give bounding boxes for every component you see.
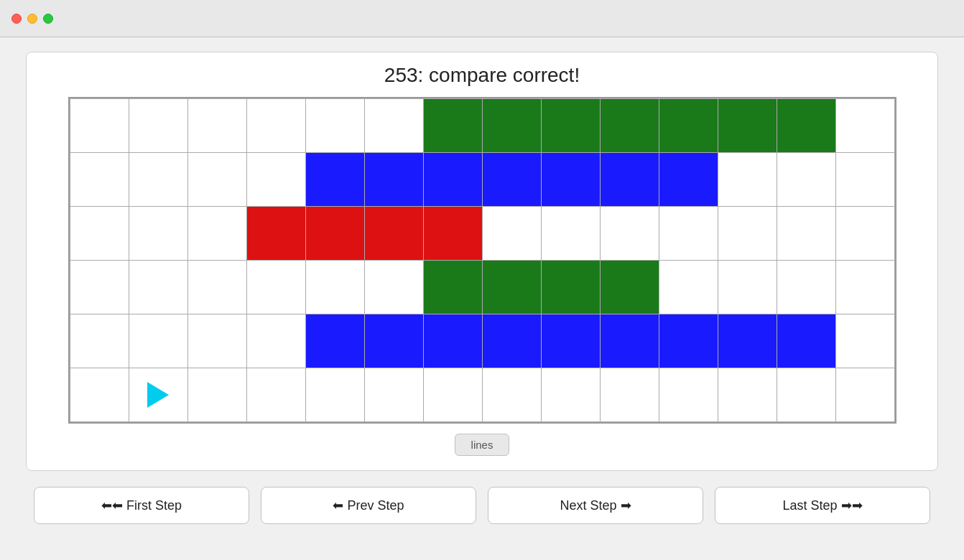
table-row [246,261,305,314]
table-row [423,368,482,422]
table-row [129,207,187,261]
table-row [600,99,659,153]
table-row [423,207,482,261]
table-row [659,153,718,207]
next-step-button[interactable]: Next Step ➡ [488,487,703,524]
table-row [659,207,718,261]
table-row [187,99,246,153]
table-row [246,314,305,368]
table-row [541,99,600,153]
traffic-lights [11,14,53,24]
table-row [718,207,777,261]
table-row [364,368,423,422]
table-row [364,314,423,368]
card-title: 253: compare correct! [384,64,580,87]
table-row [777,153,835,207]
table-row [70,153,129,207]
minimize-button[interactable] [27,14,37,24]
maximize-button[interactable] [43,14,53,24]
table-row [541,368,600,422]
table-row [600,261,659,314]
table-row [482,368,541,422]
table-row [777,368,835,422]
table-row [835,99,894,153]
table-row [129,261,187,314]
table-row [718,261,777,314]
card: 253: compare correct! lines [26,52,938,471]
grid-wrapper [68,97,896,424]
table-row [482,153,541,207]
table-row [423,314,482,368]
table-row [718,368,777,422]
table-row [364,99,423,153]
table-row [718,153,777,207]
table-row [600,368,659,422]
table-row [305,207,364,261]
table-row [246,99,305,153]
table-row [305,261,364,314]
table-row [482,99,541,153]
table-row [777,261,835,314]
table-row [835,368,894,422]
prev-step-button[interactable]: ⬅ Prev Step [261,487,476,524]
table-row [187,314,246,368]
table-row [70,261,129,314]
lines-button[interactable]: lines [455,434,510,456]
table-row [129,368,187,422]
table-row [541,261,600,314]
table-row [541,314,600,368]
table-row [600,207,659,261]
table-row [659,99,718,153]
table-row [187,368,246,422]
table-row [246,153,305,207]
table-row [835,153,894,207]
table-row [541,207,600,261]
table-row [600,153,659,207]
table-row [187,207,246,261]
table-row [70,314,129,368]
table-row [718,314,777,368]
nav-bar: ⬅⬅ First Step ⬅ Prev Step Next Step ➡ La… [26,487,938,524]
play-icon[interactable] [147,382,169,408]
table-row [364,207,423,261]
last-step-button[interactable]: Last Step ➡➡ [715,487,930,524]
table-row [835,314,894,368]
table-row [305,314,364,368]
table-row [835,207,894,261]
main-content: 253: compare correct! lines ⬅⬅ First Ste… [0,37,964,560]
table-row [541,153,600,207]
table-row [659,261,718,314]
table-row [777,314,835,368]
table-row [129,314,187,368]
table-row [187,261,246,314]
table-row [305,368,364,422]
table-row [835,261,894,314]
grid-table [70,98,895,422]
table-row [423,153,482,207]
table-row [364,261,423,314]
table-row [659,314,718,368]
table-row [659,368,718,422]
table-row [246,368,305,422]
first-step-button[interactable]: ⬅⬅ First Step [34,487,249,524]
titlebar [0,0,964,37]
table-row [187,153,246,207]
table-row [777,207,835,261]
table-row [70,207,129,261]
table-row [718,99,777,153]
table-row [364,153,423,207]
table-row [246,207,305,261]
table-row [482,261,541,314]
table-row [777,99,835,153]
table-row [129,99,187,153]
table-row [482,314,541,368]
table-row [305,99,364,153]
table-row [423,261,482,314]
table-row [129,153,187,207]
table-row [305,153,364,207]
table-row [423,99,482,153]
table-row [70,99,129,153]
table-row [70,368,129,422]
close-button[interactable] [11,14,22,24]
table-row [482,207,541,261]
